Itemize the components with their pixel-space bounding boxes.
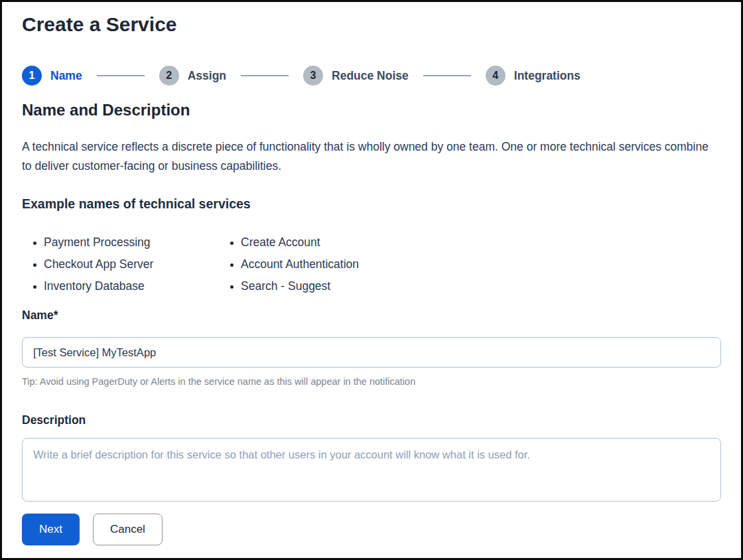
step-2-circle: 2 <box>159 66 179 86</box>
examples-heading: Example names of technical services <box>22 196 721 212</box>
list-item: Inventory Database <box>44 275 199 297</box>
list-item: Create Account <box>241 232 359 253</box>
step-3-circle: 3 <box>303 66 323 86</box>
step-4-circle: 4 <box>486 66 506 86</box>
form-actions: Next Cancel <box>22 514 721 545</box>
step-1-label: Name <box>50 69 82 83</box>
list-item: Checkout App Server <box>44 253 199 275</box>
service-description-textarea[interactable] <box>22 438 721 502</box>
step-assign: 2 Assign <box>159 66 226 86</box>
section-intro: A technical service reflects a discrete … <box>22 137 715 176</box>
next-button[interactable]: Next <box>22 514 80 545</box>
wizard-stepper: 1 Name 2 Assign 3 Reduce Noise 4 Integra… <box>22 66 721 86</box>
step-integrations: 4 Integrations <box>486 66 580 86</box>
step-4-label: Integrations <box>514 69 580 83</box>
list-item: Account Authentication <box>241 253 359 275</box>
name-tip: Tip: Avoid using PagerDuty or Alerts in … <box>22 376 721 387</box>
step-3-label: Reduce Noise <box>332 69 409 83</box>
cancel-button[interactable]: Cancel <box>93 514 163 545</box>
step-connector <box>241 75 289 76</box>
examples-column-2: Create Account Account Authentication Se… <box>228 232 359 297</box>
step-2-label: Assign <box>188 69 226 83</box>
description-label: Description <box>22 413 721 427</box>
examples-column-1: Payment Processing Checkout App Server I… <box>31 232 199 297</box>
section-heading: Name and Description <box>22 100 721 120</box>
name-label: Name* <box>22 308 721 322</box>
step-name: 1 Name <box>22 66 82 86</box>
page-title: Create a Service <box>22 13 721 36</box>
create-service-page: Create a Service 1 Name 2 Assign 3 Reduc… <box>2 2 741 558</box>
step-reduce-noise: 3 Reduce Noise <box>303 66 409 86</box>
step-1-circle: 1 <box>22 66 42 86</box>
examples-list: Payment Processing Checkout App Server I… <box>22 232 721 297</box>
list-item: Payment Processing <box>44 232 199 253</box>
step-connector <box>423 75 471 76</box>
service-name-input[interactable] <box>22 337 721 368</box>
list-item: Search - Suggest <box>241 275 359 297</box>
step-connector <box>97 75 145 76</box>
